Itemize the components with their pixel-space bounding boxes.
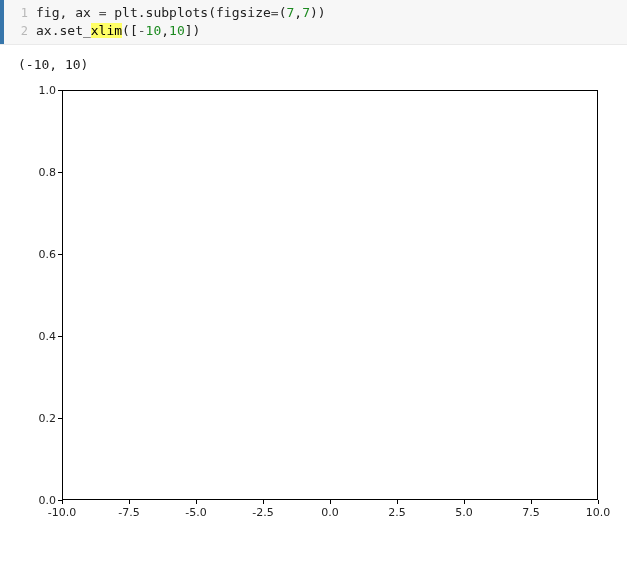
y-tick-mark bbox=[58, 418, 62, 419]
x-tick-label: -10.0 bbox=[48, 506, 76, 519]
x-tick-mark bbox=[196, 500, 197, 504]
y-tick-mark bbox=[58, 90, 62, 91]
x-tick-label: 5.0 bbox=[455, 506, 473, 519]
y-tick-label: 0.0 bbox=[12, 494, 56, 507]
line-gutter: 1 2 bbox=[4, 0, 34, 44]
code-token: - bbox=[138, 23, 146, 38]
chart: 0.00.20.40.60.81.0-10.0-7.5-5.0-2.50.02.… bbox=[12, 78, 612, 538]
code-token: = bbox=[271, 5, 279, 20]
x-tick-label: -5.0 bbox=[185, 506, 206, 519]
y-tick-mark bbox=[58, 172, 62, 173]
x-tick-label: -7.5 bbox=[118, 506, 139, 519]
code-token: 10 bbox=[146, 23, 162, 38]
x-tick-mark bbox=[397, 500, 398, 504]
x-tick-label: -2.5 bbox=[252, 506, 273, 519]
output-text: (-10, 10) bbox=[0, 53, 627, 78]
x-tick-mark bbox=[62, 500, 63, 504]
plot-area bbox=[62, 90, 598, 500]
x-tick-mark bbox=[598, 500, 599, 504]
line-number: 2 bbox=[4, 22, 28, 40]
code-token: ]) bbox=[185, 23, 201, 38]
y-tick-label: 0.2 bbox=[12, 412, 56, 425]
code-token: , bbox=[294, 5, 302, 20]
code-token-highlight: xlim bbox=[91, 23, 122, 38]
code-token: , bbox=[161, 23, 169, 38]
code-token: )) bbox=[310, 5, 326, 20]
y-tick-mark bbox=[58, 254, 62, 255]
x-tick-mark bbox=[531, 500, 532, 504]
y-tick-label: 0.6 bbox=[12, 248, 56, 261]
x-tick-mark bbox=[129, 500, 130, 504]
line-number: 1 bbox=[4, 4, 28, 22]
notebook-root: 1 2 fig, ax = plt.subplots(figsize=(7,7)… bbox=[0, 0, 627, 563]
y-tick-label: 0.8 bbox=[12, 166, 56, 179]
y-tick-mark bbox=[58, 336, 62, 337]
x-tick-mark bbox=[330, 500, 331, 504]
code-token: plt.subplots(figsize bbox=[106, 5, 270, 20]
code-editor[interactable]: fig, ax = plt.subplots(figsize=(7,7)) ax… bbox=[34, 0, 627, 44]
y-tick-label: 1.0 bbox=[12, 84, 56, 97]
code-token: fig, ax bbox=[36, 5, 99, 20]
x-tick-label: 0.0 bbox=[321, 506, 339, 519]
y-tick-label: 0.4 bbox=[12, 330, 56, 343]
code-cell[interactable]: 1 2 fig, ax = plt.subplots(figsize=(7,7)… bbox=[0, 0, 627, 45]
x-tick-label: 7.5 bbox=[522, 506, 540, 519]
x-tick-label: 10.0 bbox=[586, 506, 611, 519]
code-token: 10 bbox=[169, 23, 185, 38]
code-token: ([ bbox=[122, 23, 138, 38]
code-token: ax.set_ bbox=[36, 23, 91, 38]
code-token: 7 bbox=[302, 5, 310, 20]
x-tick-label: 2.5 bbox=[388, 506, 406, 519]
x-tick-mark bbox=[263, 500, 264, 504]
x-tick-mark bbox=[464, 500, 465, 504]
